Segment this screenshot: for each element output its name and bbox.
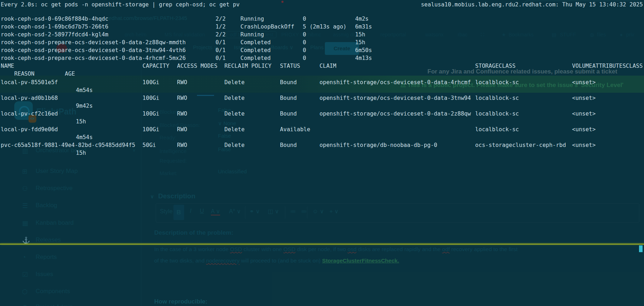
pod-restarts: 0 bbox=[303, 31, 306, 38]
pod-name: rook-ceph-osd-prepare-ocs-deviceset-0-da… bbox=[1, 47, 186, 53]
watch-host-time: sealusa10.mobius.lab.eng.rdu2.redhat.com… bbox=[421, 1, 643, 8]
pv-claim: openshift-storage/ocs-deviceset-0-data-3… bbox=[320, 95, 471, 101]
pv-storageclass: ocs-storagecluster-ceph-rbd bbox=[475, 142, 566, 148]
pv-age: 9m42s bbox=[76, 102, 93, 109]
pv-access: RWO bbox=[177, 79, 187, 86]
pv-name: pvc-c65a518f-9881-49e4-82bd-c95485dd94f5 bbox=[1, 142, 135, 148]
pv-storageclass: localblock-sc bbox=[475, 79, 519, 86]
pv-header: ACCESS MODES bbox=[177, 62, 217, 69]
pv-status: Bound bbox=[280, 110, 297, 117]
pv-reclaim: Delete bbox=[224, 95, 245, 101]
pv-storageclass: localblock-sc bbox=[475, 95, 519, 101]
pod-ready: 1/2 bbox=[215, 23, 225, 30]
pv-storageclass: localblock-sc bbox=[475, 126, 519, 133]
pv-claim: openshift-storage/ocs-deviceset-0-data-2… bbox=[320, 110, 471, 117]
pv-volumeattributesclass: <unset> bbox=[572, 79, 596, 86]
pod-ready: 0/1 bbox=[215, 39, 225, 46]
pod-ready: 2/2 bbox=[215, 31, 225, 38]
pod-status: Completed bbox=[240, 55, 271, 61]
pv-access: RWO bbox=[177, 142, 187, 148]
pod-age: 4m13s bbox=[355, 55, 372, 61]
pv-age: 4m54s bbox=[76, 87, 93, 93]
pv-reclaim: Delete bbox=[224, 79, 245, 86]
pod-status: CrashLoopBackOff bbox=[240, 23, 294, 30]
pv-header-age: AGE bbox=[65, 70, 75, 77]
pod-restarts: 0 bbox=[303, 47, 306, 53]
pv-volumeattributesclass: <unset> bbox=[572, 126, 596, 133]
pv-reclaim: Delete bbox=[224, 142, 245, 148]
pod-ready: 2/2 bbox=[215, 15, 225, 22]
terminal-window-bottom[interactable]: Every 2.0s: oc get noderecovery sealusa1… bbox=[0, 245, 644, 306]
pv-header: CLAIM bbox=[320, 62, 336, 69]
pv-age: 15h bbox=[76, 149, 86, 156]
pv-access: RWO bbox=[177, 126, 187, 133]
pod-ready: 0/1 bbox=[215, 55, 225, 61]
pv-reclaim: Delete bbox=[224, 110, 245, 117]
terminal-cursor bbox=[639, 245, 643, 252]
pv-header: RECLAIM POLICY bbox=[224, 62, 271, 69]
pv-name: local-pv-85501e5f bbox=[1, 79, 58, 86]
pod-status: Completed bbox=[240, 47, 271, 53]
pv-claim: openshift-storage/ocs-deviceset-0-data-4… bbox=[320, 79, 471, 86]
pod-age: 4m2s bbox=[355, 15, 369, 22]
pod-age: 6m50s bbox=[355, 47, 372, 53]
pv-header: CAPACITY bbox=[142, 62, 170, 69]
pv-header: NAME bbox=[1, 62, 14, 69]
pod-status: Completed bbox=[240, 39, 271, 46]
pod-restarts: 0 bbox=[303, 15, 306, 22]
pv-claim: openshift-storage/db-noobaa-db-pg-0 bbox=[320, 142, 437, 148]
pod-name: rook-ceph-osd-prepare-ocs-deviceset-0-da… bbox=[1, 39, 186, 46]
pod-name: rook-ceph-osd-2-58977fdcd4-kgl4m bbox=[1, 31, 108, 38]
pv-capacity: 100Gi bbox=[142, 95, 159, 101]
pod-age: 15h bbox=[355, 31, 365, 38]
pv-header-reason: REASON bbox=[14, 70, 35, 77]
pv-name: local-pv-ad0b1b68 bbox=[1, 95, 58, 101]
pv-header: STORAGECLASS bbox=[475, 62, 515, 69]
pv-volumeattributesclass: <unset> bbox=[572, 95, 596, 101]
pv-capacity: 100Gi bbox=[142, 110, 159, 117]
pv-reclaim: Delete bbox=[224, 126, 245, 133]
pv-status: Available bbox=[280, 126, 310, 133]
pv-volumeattributesclass: <unset> bbox=[572, 142, 596, 148]
pv-access: RWO bbox=[177, 110, 187, 117]
pv-header: VOLUMEATTRIBUTESCLASS bbox=[572, 62, 643, 69]
pv-status: Bound bbox=[280, 79, 297, 86]
terminal-window-top[interactable]: Every 2.0s: oc get pods -n openshift-sto… bbox=[0, 0, 644, 244]
pv-volumeattributesclass: <unset> bbox=[572, 110, 596, 117]
pod-status: Running bbox=[240, 31, 264, 38]
pv-capacity: 100Gi bbox=[142, 126, 159, 133]
pv-age: 15h bbox=[76, 118, 86, 125]
pod-name: rook-ceph-osd-0-69c86f884b-4hqdc bbox=[1, 15, 108, 22]
pod-age: 6m31s bbox=[355, 23, 372, 30]
pv-access: RWO bbox=[177, 95, 187, 101]
pv-name: local-pv-cf2c16ed bbox=[1, 110, 58, 117]
pod-name: rook-ceph-osd-1-69bc6d7b75-266t6 bbox=[1, 23, 108, 30]
pod-status: Running bbox=[240, 15, 264, 22]
pv-status: Bound bbox=[280, 142, 297, 148]
pv-age: 4m54s bbox=[76, 134, 93, 141]
pv-name: local-pv-fdd9e06d bbox=[1, 126, 58, 133]
screen: redhat.com/browse/FLPATH-2345 demoPrism … bbox=[0, 0, 644, 306]
pv-capacity: 50Gi bbox=[142, 142, 156, 148]
pv-capacity: 100Gi bbox=[142, 79, 159, 86]
pv-status: Bound bbox=[280, 95, 297, 101]
pod-restarts: 0 bbox=[303, 55, 306, 61]
pv-header: STATUS bbox=[280, 62, 300, 69]
pod-ready: 0/1 bbox=[215, 47, 225, 53]
pod-restarts: 5 (2m13s ago) bbox=[303, 23, 347, 30]
watch-command: Every 2.0s: oc get pods -n openshift-sto… bbox=[1, 1, 240, 8]
pod-age: 15h bbox=[355, 39, 365, 46]
pod-restarts: 0 bbox=[303, 39, 306, 46]
pv-storageclass: localblock-sc bbox=[475, 110, 519, 117]
pod-name: rook-ceph-osd-prepare-ocs-deviceset-0-da… bbox=[1, 55, 186, 61]
